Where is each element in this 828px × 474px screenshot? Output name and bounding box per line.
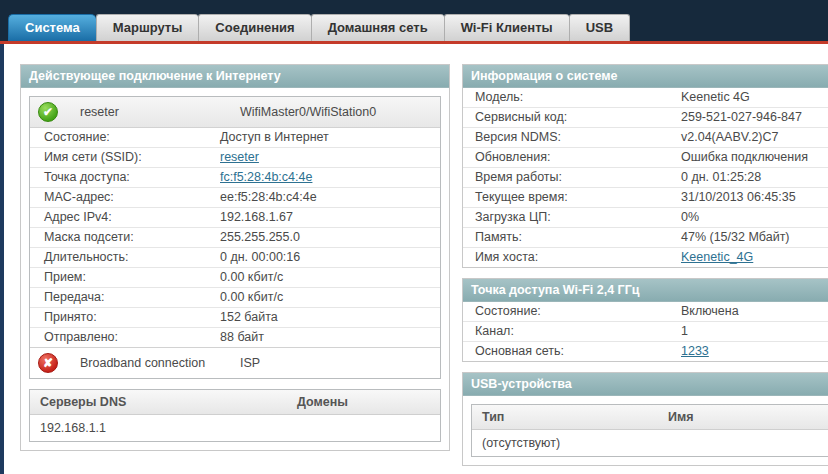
connection-panel-title: Действующее подключение к Интернету	[21, 65, 449, 88]
status-error-cross-icon: ✘	[38, 353, 58, 373]
field-row: Адрес IPv4:192.168.1.67	[30, 207, 440, 227]
accent-divider	[0, 41, 828, 44]
tab-Домашняя сеть[interactable]: Домашняя сеть	[311, 14, 444, 41]
tab-Соединения[interactable]: Соединения	[198, 14, 310, 41]
interface-row-failed: ✘ Broadband connection ISP	[30, 347, 440, 378]
table-cell: (отсутствуют)	[472, 436, 658, 450]
field-value-link[interactable]: 1233	[681, 344, 828, 359]
field-label: Состояние:	[463, 304, 681, 319]
tab-Маршруты[interactable]: Маршруты	[96, 14, 199, 41]
field-label: Маска подсети:	[30, 230, 220, 245]
field-row: Загрузка ЦП:0%	[463, 207, 828, 227]
connection-details-list: Состояние:Доступ в ИнтернетИмя сети (SSI…	[30, 128, 440, 347]
usb-devices-table: ТипИмя(отсутствуют)	[471, 404, 828, 457]
field-value-link[interactable]: Keenetic_4G	[681, 250, 828, 265]
tab-USB[interactable]: USB	[569, 14, 630, 41]
column-header: Серверы DNS	[30, 395, 287, 409]
wifi-ap-panel: Точка доступа Wi-Fi 2,4 ГГц Состояние:Вк…	[462, 278, 828, 362]
field-value: Доступ в Интернет	[220, 130, 440, 145]
tab-bar: СистемаМаршрутыСоединенияДомашняя сетьWi…	[8, 14, 630, 41]
field-row: Длительность:0 дн. 00:00:16	[30, 247, 440, 267]
field-value: Keenetic 4G	[681, 90, 828, 105]
field-row: Принято:152 байта	[30, 307, 440, 327]
field-row: Состояние:Доступ в Интернет	[30, 128, 440, 147]
field-value: 0 дн. 00:00:16	[220, 250, 440, 265]
table-row: (отсутствуют)	[472, 430, 828, 456]
interface-detail: WifiMaster0/WifiStation0	[240, 105, 376, 119]
field-label: Память:	[463, 230, 681, 245]
usb-devices-panel-body: ТипИмя(отсутствуют)	[463, 396, 828, 465]
field-value: 0.00 кбит/с	[220, 270, 440, 285]
dns-table-wrap: Серверы DNSДомены192.168.1.1	[29, 389, 441, 442]
field-value: 152 байта	[220, 310, 440, 325]
field-row: Канал:1	[463, 321, 828, 341]
left-column: Действующее подключение к Интернету ✔ re…	[20, 64, 450, 461]
table-header-row: Серверы DNSДомены	[30, 390, 440, 415]
field-label: Адрес IPv4:	[30, 210, 220, 225]
field-row: Маска подсети:255.255.255.0	[30, 227, 440, 247]
field-label: Точка доступа:	[30, 170, 220, 185]
system-info-list: Модель:Keenetic 4GСервисный код:259-521-…	[463, 88, 828, 267]
field-row: MAC-адрес:ee:f5:28:4b:c4:4e	[30, 187, 440, 207]
interface-row-active: ✔ reseter WifiMaster0/WifiStation0	[30, 97, 440, 128]
field-label: Длительность:	[30, 250, 220, 265]
field-row: Прием:0.00 кбит/с	[30, 267, 440, 287]
field-value: 1	[681, 324, 828, 339]
field-row: Состояние:Включена	[463, 302, 828, 321]
system-info-panel-title: Информация о системе	[463, 65, 828, 88]
tab-Система[interactable]: Система	[8, 14, 96, 41]
field-row: Отправлено:88 байт	[30, 327, 440, 347]
table-cell	[287, 421, 297, 435]
field-row: Модель:Keenetic 4G	[463, 88, 828, 107]
interface-table: ✔ reseter WifiMaster0/WifiStation0 Состо…	[29, 96, 441, 379]
field-label: Состояние:	[30, 130, 220, 145]
interface-name: Broadband connection	[80, 356, 230, 370]
field-label: Имя сети (SSID):	[30, 150, 220, 165]
table-header-row: ТипИмя	[472, 405, 828, 430]
page-left-edge	[0, 44, 4, 474]
tab-Wi-Fi Клиенты[interactable]: Wi-Fi Клиенты	[444, 14, 569, 41]
interface-name: reseter	[80, 105, 230, 119]
field-label: Принято:	[30, 310, 220, 325]
column-header: Имя	[658, 410, 694, 424]
field-value: ee:f5:28:4b:c4:4e	[220, 190, 440, 205]
top-navigation-bar: СистемаМаршрутыСоединенияДомашняя сетьWi…	[0, 0, 828, 41]
field-value-link[interactable]: fc:f5:28:4b:c4:4e	[220, 170, 440, 185]
field-value-link[interactable]: reseter	[220, 150, 440, 165]
field-value: 255.255.255.0	[220, 230, 440, 245]
usb-devices-panel: USB-устройства ТипИмя(отсутствуют)	[462, 372, 828, 466]
field-value: 88 байт	[220, 330, 440, 345]
system-info-panel: Информация о системе Модель:Keenetic 4GС…	[462, 64, 828, 268]
field-row: Сервисный код:259-521-027-946-847	[463, 107, 828, 127]
field-label: Время работы:	[463, 170, 681, 185]
field-row: Текущее время:31/10/2013 06:45:35	[463, 187, 828, 207]
status-ok-check-icon: ✔	[38, 102, 58, 122]
field-label: Передача:	[30, 290, 220, 305]
field-value: 259-521-027-946-847	[681, 110, 828, 125]
field-label: MAC-адрес:	[30, 190, 220, 205]
wifi-ap-list: Состояние:ВключенаКанал:1Основная сеть:1…	[463, 302, 828, 361]
field-row: Время работы:0 дн. 01:25:28	[463, 167, 828, 187]
field-row: Точка доступа:fc:f5:28:4b:c4:4e	[30, 167, 440, 187]
field-row: Передача:0.00 кбит/с	[30, 287, 440, 307]
field-label: Сервисный код:	[463, 110, 681, 125]
field-label: Текущее время:	[463, 190, 681, 205]
wifi-ap-panel-title: Точка доступа Wi-Fi 2,4 ГГц	[463, 279, 828, 302]
field-row: Память:47% (15/32 Мбайт)	[463, 227, 828, 247]
right-column: Информация о системе Модель:Keenetic 4GС…	[462, 64, 828, 474]
field-row: Имя хоста:Keenetic_4G	[463, 247, 828, 267]
field-label: Прием:	[30, 270, 220, 285]
usb-devices-panel-title: USB-устройства	[463, 373, 828, 396]
field-label: Модель:	[463, 90, 681, 105]
table-cell	[658, 436, 668, 450]
field-value: 0%	[681, 210, 828, 225]
field-label: Имя хоста:	[463, 250, 681, 265]
interface-detail: ISP	[240, 356, 260, 370]
dns-table: Серверы DNSДомены192.168.1.1	[29, 389, 441, 442]
connection-panel-body: ✔ reseter WifiMaster0/WifiStation0 Состо…	[21, 88, 449, 450]
router-admin-page: СистемаМаршрутыСоединенияДомашняя сетьWi…	[0, 0, 828, 474]
field-value: 192.168.1.67	[220, 210, 440, 225]
table-row: 192.168.1.1	[30, 415, 440, 441]
field-label: Канал:	[463, 324, 681, 339]
field-label: Версия NDMS:	[463, 130, 681, 145]
